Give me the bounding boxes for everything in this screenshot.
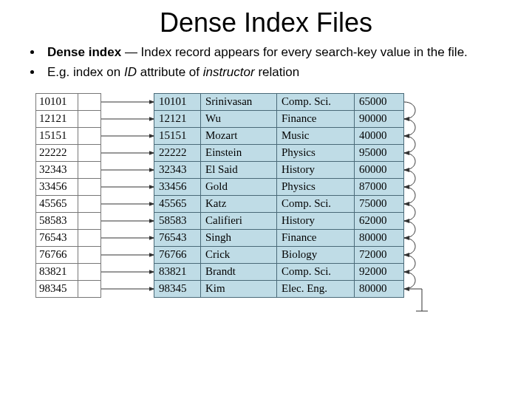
index-key-cell: 76543 <box>36 229 78 246</box>
bullet-list: Dense index — Index record appears for e… <box>15 44 517 81</box>
index-row: 83821 <box>36 263 101 280</box>
data-cell-id: 83821 <box>154 263 201 280</box>
data-cell-dept: History <box>277 161 355 178</box>
bullet-lead: Dense index <box>47 45 121 59</box>
data-cell-id: 76543 <box>154 229 201 246</box>
chain-arrow <box>404 102 415 119</box>
data-cell-salary: 62000 <box>355 212 404 229</box>
data-cell-id: 45565 <box>154 195 201 212</box>
chain-arrow <box>404 238 415 255</box>
index-row: 12121 <box>36 110 101 127</box>
index-key-cell: 45565 <box>36 195 78 212</box>
index-row: 10101 <box>36 93 101 110</box>
chain-arrow <box>404 187 415 204</box>
data-cell-id: 10101 <box>154 93 201 110</box>
index-pointer-cell <box>78 127 101 144</box>
dense-index-diagram: 1010112121151512222232343334564556558583… <box>30 93 502 337</box>
index-pointer-cell <box>78 93 101 110</box>
data-cell-salary: 95000 <box>355 144 404 161</box>
data-cell-name: Wu <box>201 110 277 127</box>
data-cell-id: 76766 <box>154 246 201 263</box>
index-row: 22222 <box>36 144 101 161</box>
data-cell-name: Srinivasan <box>201 93 277 110</box>
data-cell-salary: 92000 <box>355 263 404 280</box>
slide: Dense Index Files Dense index — Index re… <box>0 0 532 399</box>
index-key-cell: 32343 <box>36 161 78 178</box>
bullet-item: E.g. index on ID attribute of instructor… <box>43 64 517 81</box>
data-cell-id: 15151 <box>154 127 201 144</box>
data-cell-name: Gold <box>201 178 277 195</box>
data-cell-salary: 80000 <box>355 280 404 297</box>
data-cell-name: Katz <box>201 195 277 212</box>
data-cell-name: El Said <box>201 161 277 178</box>
bullet-text: attribute of <box>137 65 203 79</box>
index-pointer-cell <box>78 263 101 280</box>
data-cell-name: Einstein <box>201 144 277 161</box>
bullet-text: E.g. index on <box>47 65 124 79</box>
index-pointer-cell <box>78 195 101 212</box>
data-cell-salary: 65000 <box>355 93 404 110</box>
index-key-cell: 98345 <box>36 280 78 297</box>
data-cell-dept: Physics <box>277 144 355 161</box>
data-cell-name: Kim <box>201 280 277 297</box>
index-table: 1010112121151512222232343334564556558583… <box>35 93 101 298</box>
data-row: 12121WuFinance90000 <box>154 110 404 127</box>
index-row: 33456 <box>36 178 101 195</box>
data-row: 33456GoldPhysics87000 <box>154 178 404 195</box>
data-cell-dept: Physics <box>277 178 355 195</box>
data-cell-name: Singh <box>201 229 277 246</box>
bullet-em: ID <box>124 65 137 79</box>
bullet-text: relation <box>255 65 299 79</box>
index-key-cell: 10101 <box>36 93 78 110</box>
index-key-cell: 58583 <box>36 212 78 229</box>
bullet-text: — Index record appears for every search-… <box>121 45 468 59</box>
data-row: 15151MozartMusic40000 <box>154 127 404 144</box>
index-pointer-cell <box>78 212 101 229</box>
bullet-em: instructor <box>203 65 255 79</box>
data-cell-dept: Finance <box>277 110 355 127</box>
index-key-cell: 12121 <box>36 110 78 127</box>
chain-arrow <box>404 272 415 289</box>
index-key-cell: 22222 <box>36 144 78 161</box>
chain-arrow <box>404 204 415 221</box>
index-pointer-cell <box>78 178 101 195</box>
data-cell-salary: 72000 <box>355 246 404 263</box>
data-row: 76766CrickBiology72000 <box>154 246 404 263</box>
index-pointer-cell <box>78 161 101 178</box>
bullet-item: Dense index — Index record appears for e… <box>43 44 517 61</box>
data-row: 98345KimElec. Eng.80000 <box>154 280 404 297</box>
page-title: Dense Index Files <box>15 7 517 38</box>
data-cell-dept: Biology <box>277 246 355 263</box>
chain-arrow <box>404 136 415 153</box>
index-row: 45565 <box>36 195 101 212</box>
data-cell-name: Califieri <box>201 212 277 229</box>
data-table: 10101SrinivasanComp. Sci.6500012121WuFin… <box>154 93 404 298</box>
data-cell-dept: Comp. Sci. <box>277 93 355 110</box>
data-cell-name: Crick <box>201 246 277 263</box>
data-row: 22222EinsteinPhysics95000 <box>154 144 404 161</box>
data-cell-dept: Finance <box>277 229 355 246</box>
data-cell-id: 22222 <box>154 144 201 161</box>
data-cell-dept: Elec. Eng. <box>277 280 355 297</box>
data-cell-salary: 60000 <box>355 161 404 178</box>
data-row: 76543SinghFinance80000 <box>154 229 404 246</box>
index-pointer-cell <box>78 280 101 297</box>
index-row: 58583 <box>36 212 101 229</box>
index-row: 98345 <box>36 280 101 297</box>
index-pointer-cell <box>78 246 101 263</box>
index-key-cell: 15151 <box>36 127 78 144</box>
index-pointer-cell <box>78 229 101 246</box>
data-row: 10101SrinivasanComp. Sci.65000 <box>154 93 404 110</box>
data-cell-salary: 87000 <box>355 178 404 195</box>
data-cell-id: 33456 <box>154 178 201 195</box>
data-row: 45565KatzComp. Sci.75000 <box>154 195 404 212</box>
data-cell-dept: History <box>277 212 355 229</box>
index-key-cell: 76766 <box>36 246 78 263</box>
data-cell-salary: 90000 <box>355 110 404 127</box>
data-row: 58583CalifieriHistory62000 <box>154 212 404 229</box>
chain-arrow <box>404 170 415 187</box>
index-pointer-cell <box>78 144 101 161</box>
data-row: 83821BrandtComp. Sci.92000 <box>154 263 404 280</box>
chain-arrow <box>404 119 415 136</box>
index-row: 76543 <box>36 229 101 246</box>
